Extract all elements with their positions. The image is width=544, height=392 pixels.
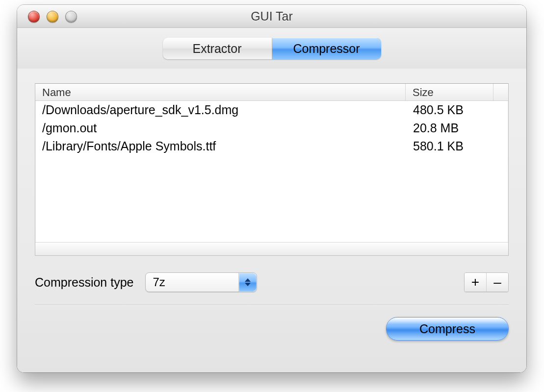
cell-name: /Library/Fonts/Apple Symbols.ttf xyxy=(35,139,406,153)
add-remove-group: + – xyxy=(464,272,509,292)
zoom-button-icon[interactable] xyxy=(65,11,77,23)
cell-size: 580.1 KB xyxy=(406,139,508,153)
col-name-header[interactable]: Name xyxy=(35,84,406,100)
minimize-button-icon[interactable] xyxy=(47,11,58,23)
plus-icon: + xyxy=(471,275,479,289)
remove-file-button[interactable]: – xyxy=(486,273,508,292)
minus-icon: – xyxy=(493,275,501,289)
action-row: Compress xyxy=(35,317,509,341)
select-arrows-icon xyxy=(238,273,257,292)
cell-size: 480.5 KB xyxy=(406,103,508,117)
table-status-bar xyxy=(35,242,508,255)
app-window: GUI Tar Extractor Compressor Name Size /… xyxy=(17,5,526,372)
file-table: Name Size /Downloads/aperture_sdk_v1.5.d… xyxy=(35,83,509,256)
titlebar: GUI Tar xyxy=(17,5,526,28)
compress-button-label: Compress xyxy=(419,322,475,336)
table-body[interactable]: /Downloads/aperture_sdk_v1.5.dmg480.5 KB… xyxy=(35,101,508,242)
add-file-button[interactable]: + xyxy=(465,273,486,292)
cell-size: 20.8 MB xyxy=(406,121,508,135)
compression-type-label: Compression type xyxy=(35,275,133,290)
cell-name: /Downloads/aperture_sdk_v1.5.dmg xyxy=(35,103,406,117)
tab-extractor[interactable]: Extractor xyxy=(163,38,272,59)
tab-extractor-label: Extractor xyxy=(192,42,241,56)
table-row[interactable]: /Library/Fonts/Apple Symbols.ttf580.1 KB xyxy=(35,137,508,155)
content-area: Name Size /Downloads/aperture_sdk_v1.5.d… xyxy=(17,69,526,372)
compression-type-select[interactable]: 7z xyxy=(145,272,257,292)
traffic-lights xyxy=(28,11,77,23)
segmented-control: Extractor Compressor xyxy=(163,38,381,59)
separator xyxy=(35,305,509,305)
cell-name: /gmon.out xyxy=(35,121,406,135)
col-size-header[interactable]: Size xyxy=(406,84,493,100)
compression-type-value: 7z xyxy=(146,275,238,289)
table-header: Name Size xyxy=(35,84,508,101)
tab-compressor[interactable]: Compressor xyxy=(272,38,381,59)
window-title: GUI Tar xyxy=(251,9,293,24)
table-row[interactable]: /Downloads/aperture_sdk_v1.5.dmg480.5 KB xyxy=(35,101,508,119)
compress-button[interactable]: Compress xyxy=(386,317,509,341)
close-button-icon[interactable] xyxy=(28,11,40,23)
tab-bar: Extractor Compressor xyxy=(17,28,526,70)
col-spacer xyxy=(493,84,508,100)
tab-compressor-label: Compressor xyxy=(293,42,360,56)
controls-row: Compression type 7z + – xyxy=(35,272,509,292)
table-row[interactable]: /gmon.out20.8 MB xyxy=(35,119,508,137)
